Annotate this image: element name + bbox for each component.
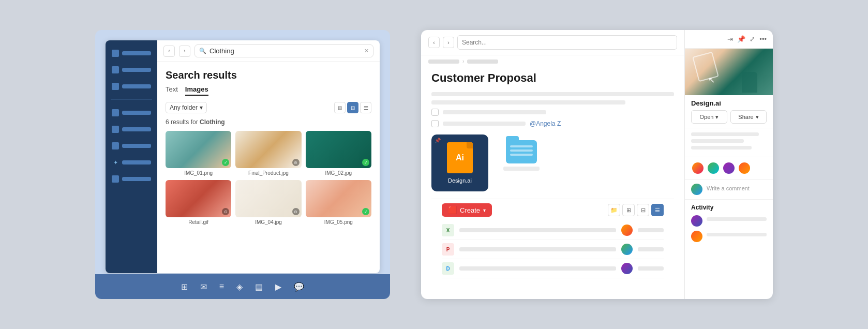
sidebar-icon-7	[112, 175, 119, 183]
left-panel: ✦ ‹ › 🔍 Clothing ✕ Search r	[95, 30, 390, 299]
doc-area: ‹ › › Customer Proposal @Angela Z	[421, 30, 685, 299]
file-row-1[interactable]: X	[442, 221, 664, 240]
checkbox-1[interactable]	[431, 109, 439, 116]
toolbar-mail-icon[interactable]: ✉	[200, 282, 207, 292]
tab-bar: Text Images	[166, 85, 371, 96]
search-main: ‹ › 🔍 Clothing ✕ Search results Text Ima…	[157, 40, 380, 273]
image-card-5[interactable]: ⊙ IMG_04.jpg	[235, 180, 301, 225]
doc-back-button[interactable]: ‹	[428, 37, 440, 48]
back-button[interactable]: ‹	[163, 46, 175, 57]
member-avatar-3[interactable]	[722, 161, 736, 175]
activity-avatar-2	[691, 231, 702, 242]
member-avatar-1[interactable]	[691, 161, 705, 175]
view-grid-small-button[interactable]: ⊞	[334, 102, 346, 113]
activity-item-1	[691, 215, 767, 227]
file-row-3[interactable]: D	[442, 259, 664, 278]
file-name-line-1	[459, 228, 616, 232]
sidebar-item-5[interactable]	[111, 124, 152, 135]
activity-section: Activity	[685, 200, 773, 250]
member-avatar-2[interactable]	[707, 161, 720, 175]
file-card-ai[interactable]: 📌 Ai Design.ai	[431, 134, 488, 191]
search-field[interactable]: 🔍 Clothing ✕	[194, 44, 373, 57]
search-query: Clothing	[209, 47, 234, 55]
view-grid-button[interactable]: ⊟	[347, 102, 358, 113]
share-button[interactable]: Share ▾	[730, 110, 767, 124]
toolbar-play-icon[interactable]: ▶	[275, 282, 281, 292]
view-icon-folder[interactable]: 📁	[608, 204, 620, 216]
sidebar-item-1[interactable]	[111, 48, 152, 59]
checkbox-2[interactable]	[431, 120, 439, 127]
sidebar-item-2[interactable]	[111, 64, 152, 76]
share-caret-icon: ▾	[756, 114, 759, 121]
file-row-2[interactable]: P	[442, 240, 664, 259]
sidebar-item-6[interactable]	[111, 140, 152, 152]
toolbar-dropbox-icon[interactable]: ◈	[236, 282, 243, 292]
image-label-1: IMG_01.png	[184, 170, 213, 176]
folder-line-2	[510, 149, 533, 152]
image-label-2: Final_Product.jpg	[248, 170, 289, 176]
file-type-icon-3: D	[442, 262, 454, 275]
preview-decoration: ↖	[685, 49, 773, 95]
file-meta-line-1	[638, 228, 664, 232]
lock-badge-4: ⊙	[222, 208, 229, 215]
sidebar-fullscreen-icon[interactable]: ⤢	[750, 35, 755, 43]
image-label-6: IMG_05.png	[324, 219, 353, 225]
folder-line-3	[510, 154, 533, 156]
toolbar-grid-icon[interactable]: ⊞	[181, 282, 188, 292]
file-meta-line-2	[638, 247, 664, 251]
folder-line-1	[510, 145, 533, 147]
at-mention[interactable]: @Angela Z	[530, 120, 561, 127]
image-card-4[interactable]: ⊙ Retail.gif	[166, 180, 231, 225]
folder-label-line	[503, 167, 540, 171]
results-count: 6 results for Clothing	[166, 118, 371, 126]
preview-figure-decor	[742, 72, 757, 93]
sidebar-icon-2	[112, 66, 119, 73]
search-icon: 🔍	[199, 48, 206, 54]
image-label-5: IMG_04.jpg	[255, 219, 282, 225]
tab-images[interactable]: Images	[185, 85, 208, 96]
breadcrumb-sep: ›	[462, 58, 464, 64]
folder-icon	[506, 140, 537, 163]
activity-item-2	[691, 231, 767, 242]
sidebar-ai-item[interactable]: ✦	[111, 157, 152, 168]
sidebar-expand-icon[interactable]: ⇥	[727, 35, 733, 43]
create-button[interactable]: 🟥 Create ▾	[442, 203, 492, 217]
sidebar-item-4[interactable]	[111, 107, 152, 118]
image-thumb-4: ⊙	[166, 180, 231, 217]
folder-filter[interactable]: Any folder ▾	[166, 102, 207, 113]
toolbar-chat-icon[interactable]: 💬	[294, 282, 304, 292]
right-panel: ‹ › › Customer Proposal @Angela Z	[421, 30, 773, 299]
tab-text[interactable]: Text	[166, 85, 178, 96]
file-card-folder[interactable]	[496, 134, 547, 176]
search-panel: ✦ ‹ › 🔍 Clothing ✕ Search r	[106, 40, 380, 273]
image-card-3[interactable]: ✓ IMG_02.jpg	[306, 131, 371, 176]
sidebar-item-3[interactable]	[111, 81, 152, 92]
view-icon-grid[interactable]: ⊞	[622, 204, 635, 216]
results-area: Search results Text Images Any folder ▾ …	[157, 62, 380, 273]
sidebar-item-7[interactable]	[111, 173, 152, 185]
doc-body: Customer Proposal @Angela Z 📌 Ai Design.…	[421, 64, 684, 299]
view-list-button[interactable]: ☰	[360, 102, 371, 113]
image-card-6[interactable]: ✓ IMG_05.png	[306, 180, 371, 225]
view-icon-list[interactable]: ☰	[651, 204, 664, 216]
doc-forward-button[interactable]: ›	[443, 37, 454, 48]
image-card-1[interactable]: ✓ IMG_01.png	[166, 131, 231, 176]
comment-input[interactable]: Write a comment	[707, 184, 767, 191]
doc-search-input[interactable]	[457, 35, 677, 50]
sidebar-pin-icon[interactable]: 📌	[737, 35, 745, 43]
toolbar-doc-icon[interactable]: ▤	[255, 282, 263, 292]
bottom-toolbar: ⊞ ✉ ≡ ◈ ▤ ▶ 💬	[95, 274, 390, 299]
pin-icon: 📌	[435, 138, 441, 143]
clear-search-button[interactable]: ✕	[364, 48, 369, 54]
image-thumb-6: ✓	[306, 180, 371, 217]
toolbar-list-icon[interactable]: ≡	[219, 282, 224, 291]
ai-file-icon: Ai	[447, 142, 473, 173]
sidebar-label-7	[122, 177, 151, 181]
image-card-2[interactable]: ⊙ Final_Product.jpg	[235, 131, 301, 176]
view-icon-tiles[interactable]: ⊟	[637, 204, 649, 216]
breadcrumb-1	[428, 59, 459, 64]
sidebar-more-icon[interactable]: •••	[759, 35, 767, 43]
member-avatar-4[interactable]	[738, 161, 751, 175]
forward-button[interactable]: ›	[179, 46, 190, 57]
open-button[interactable]: Open ▾	[691, 110, 727, 124]
